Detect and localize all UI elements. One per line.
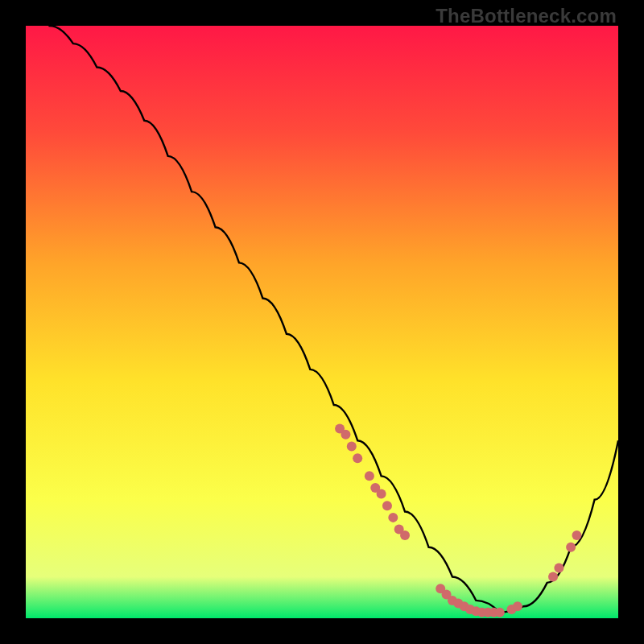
data-point — [353, 453, 362, 463]
data-point — [341, 430, 350, 440]
chart-svg — [26, 26, 618, 618]
data-point — [347, 442, 357, 452]
data-point — [388, 513, 398, 522]
data-point — [495, 608, 505, 617]
data-point — [572, 530, 581, 540]
gradient-bg — [26, 26, 618, 618]
data-point — [400, 530, 410, 540]
data-point — [382, 501, 392, 510]
data-point — [566, 543, 576, 552]
plot-frame — [26, 26, 618, 618]
data-point — [548, 572, 558, 581]
data-point — [554, 563, 564, 572]
watermark-text: TheBottleneck.com — [436, 5, 617, 27]
data-point — [365, 471, 374, 481]
data-point — [377, 489, 386, 498]
data-point — [513, 601, 522, 611]
